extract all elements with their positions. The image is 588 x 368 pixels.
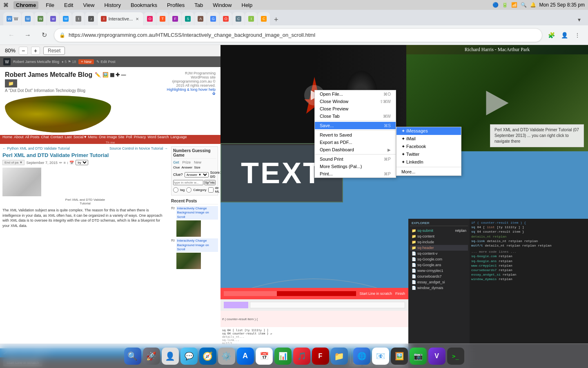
zoom-plus-button[interactable]: + bbox=[31, 47, 40, 55]
nav-poll[interactable]: Poll bbox=[126, 135, 132, 139]
ctx-dashboard[interactable]: Open Dashboard ▶ bbox=[315, 146, 396, 153]
menu-edit[interactable]: Edit bbox=[62, 1, 76, 9]
submenu-twitter[interactable]: ✦ Twitter bbox=[396, 150, 461, 158]
file-item-5[interactable]: 📄 sq-content-v bbox=[410, 251, 468, 256]
nav-language[interactable]: Language bbox=[171, 135, 187, 139]
file-item-2[interactable]: 📁 sq-content bbox=[410, 233, 468, 239]
dock-contacts[interactable]: 👤 bbox=[162, 348, 179, 365]
dock-chrome[interactable]: 🌐 bbox=[353, 348, 370, 365]
file-item-10[interactable]: 📄 essay_andget_si bbox=[410, 279, 468, 285]
tab-8[interactable]: O bbox=[144, 12, 156, 25]
menu-help[interactable]: Help bbox=[239, 1, 255, 9]
dock-finder2[interactable]: 📁 bbox=[331, 348, 348, 365]
nav-home[interactable]: Home bbox=[2, 135, 12, 139]
new-post-btn[interactable]: + New bbox=[78, 59, 94, 64]
refresh-button[interactable]: ↻ bbox=[38, 29, 51, 42]
tab-3[interactable]: W bbox=[34, 12, 47, 25]
dock-gmail[interactable]: 📧 bbox=[372, 348, 389, 365]
mac-play-button[interactable] bbox=[486, 91, 508, 115]
submenu-linkedin[interactable]: ✦ LinkedIn bbox=[396, 158, 461, 166]
tag-radio[interactable] bbox=[173, 187, 178, 193]
dock-messages[interactable]: 💬 bbox=[180, 348, 198, 365]
tab-overflow-button[interactable]: ▾ bbox=[573, 14, 585, 25]
file-item-7[interactable]: 📄 sq-Google.ans bbox=[410, 262, 468, 268]
ctx-sound-print[interactable]: Sound Print ⌘P bbox=[315, 155, 396, 163]
ctx-print[interactable]: Print... ⌘P bbox=[315, 170, 396, 177]
file-item-1[interactable]: 📁 sq-submit retplan bbox=[410, 228, 468, 233]
dock-safari[interactable]: 🧭 bbox=[199, 348, 216, 365]
tab-11[interactable]: S bbox=[182, 12, 194, 25]
file-item-3[interactable]: 📁 sq-include bbox=[410, 239, 468, 245]
submenu-facebook[interactable]: ✦ Facebook bbox=[396, 143, 461, 150]
extensions-button[interactable]: 🧩 bbox=[546, 29, 557, 41]
tab-close-active[interactable]: ✕ bbox=[134, 16, 140, 22]
submenu-more[interactable]: More... bbox=[396, 168, 461, 175]
forward-button[interactable]: → bbox=[21, 29, 34, 42]
dock-facetime[interactable]: 📷 bbox=[410, 348, 427, 365]
dock-settings[interactable]: ⚙️ bbox=[218, 348, 235, 365]
dock-photos[interactable]: 🖼️ bbox=[391, 348, 408, 365]
get-hint-btn[interactable]: Sp°nts bbox=[204, 180, 216, 185]
tab-7[interactable]: ♪ bbox=[85, 12, 97, 25]
dock-terminal[interactable]: >_ bbox=[447, 348, 464, 365]
menu-button[interactable]: ⋮ bbox=[572, 29, 583, 41]
edit-post-btn[interactable]: ✎ Edit Post bbox=[96, 60, 116, 64]
nav-contact[interactable]: Contact bbox=[51, 135, 63, 139]
menu-chrome[interactable]: Chrome bbox=[13, 1, 38, 9]
ctx-close-preview[interactable]: Close Preview bbox=[315, 105, 396, 112]
zoom-reset-button[interactable]: Reset bbox=[43, 47, 65, 55]
dock-virtualbox[interactable]: V bbox=[428, 348, 445, 365]
menu-history[interactable]: History bbox=[102, 1, 123, 9]
back-button[interactable]: ← bbox=[5, 29, 18, 42]
dock-numbers[interactable]: 📊 bbox=[274, 348, 292, 365]
tab-14[interactable]: O bbox=[220, 12, 232, 25]
dock-calendar[interactable]: 📅 bbox=[256, 348, 273, 365]
nav-chat[interactable]: Chat bbox=[41, 135, 49, 139]
tab-9[interactable]: T bbox=[156, 12, 169, 25]
search-icon[interactable]: 🔍 bbox=[521, 2, 527, 8]
menu-tab[interactable]: Tab bbox=[192, 1, 205, 9]
file-item-8[interactable]: 📄 www-crmyplec1 bbox=[410, 268, 468, 274]
submenu-mail[interactable]: ✦ iMail bbox=[396, 135, 461, 143]
new-tab-button[interactable]: + bbox=[270, 14, 282, 25]
nav-word-search[interactable]: Word Search bbox=[147, 135, 169, 139]
ctx-save[interactable]: Save... ⌘S bbox=[315, 122, 396, 129]
nav-one-image[interactable]: One Image Site bbox=[99, 135, 125, 139]
submenu-messages[interactable]: ✦ iMessages bbox=[396, 127, 461, 135]
blog-nav[interactable]: Home About All Posts Chat Contact Last S… bbox=[0, 135, 220, 144]
ctx-close-tab[interactable]: Close Tab ⌘W bbox=[315, 112, 396, 120]
answer-input[interactable] bbox=[173, 180, 203, 185]
menu-bookmarks[interactable]: Bookmarks bbox=[128, 1, 160, 9]
file-item-9[interactable]: 📄 courseboards7 bbox=[410, 274, 468, 279]
ctx-revert[interactable]: Revert to Saved bbox=[315, 131, 396, 139]
nav-all-posts[interactable]: All Posts bbox=[25, 135, 40, 139]
tab-17[interactable]: C bbox=[258, 12, 270, 25]
tab-6[interactable]: t bbox=[72, 12, 85, 25]
file-item-11[interactable]: 📄 window_dymais bbox=[410, 285, 468, 291]
ctx-close-window[interactable]: Close Window ⇧⌘W bbox=[315, 98, 396, 105]
apple-menu[interactable]: ⌘ bbox=[3, 2, 9, 8]
profile-button[interactable]: 👤 bbox=[559, 29, 570, 41]
zoom-minus-button[interactable]: − bbox=[19, 47, 28, 55]
menu-profiles[interactable]: Profiles bbox=[165, 1, 187, 9]
nav-social[interactable]: Social▼ Menu bbox=[74, 135, 97, 139]
ctx-open-file[interactable]: Open File... ⌘O bbox=[315, 90, 396, 98]
file-item-4[interactable]: 📁 sq-header bbox=[410, 245, 468, 251]
context-menu[interactable]: Open File... ⌘O Close Window ⇧⌘W Close P… bbox=[314, 90, 396, 178]
address-bar[interactable]: 🔒 https://www.rjmprogramming.com.au/HTML… bbox=[54, 28, 542, 42]
dock-filezilla[interactable]: F bbox=[312, 348, 329, 365]
tab-12[interactable]: A bbox=[194, 12, 207, 25]
tab-16[interactable]: I bbox=[245, 12, 257, 25]
menu-window[interactable]: Window bbox=[210, 1, 234, 9]
tab-active[interactable]: I Interactive... ✕ bbox=[98, 12, 143, 25]
tab-4[interactable]: w bbox=[47, 12, 59, 25]
de-ml-check[interactable] bbox=[208, 187, 214, 193]
nav-privacy[interactable]: Privacy bbox=[134, 135, 146, 139]
ctx-export-pdf[interactable]: Export as PDF... bbox=[315, 139, 396, 146]
category-radio[interactable] bbox=[186, 187, 192, 193]
tab-5[interactable]: W bbox=[60, 12, 72, 25]
nav-about[interactable]: About bbox=[14, 135, 24, 139]
clue-select[interactable]: Answer ▼ bbox=[185, 172, 209, 177]
post-status-select[interactable]: End of pa ▼ bbox=[2, 160, 24, 165]
tab-1[interactable]: W W bbox=[3, 12, 21, 25]
